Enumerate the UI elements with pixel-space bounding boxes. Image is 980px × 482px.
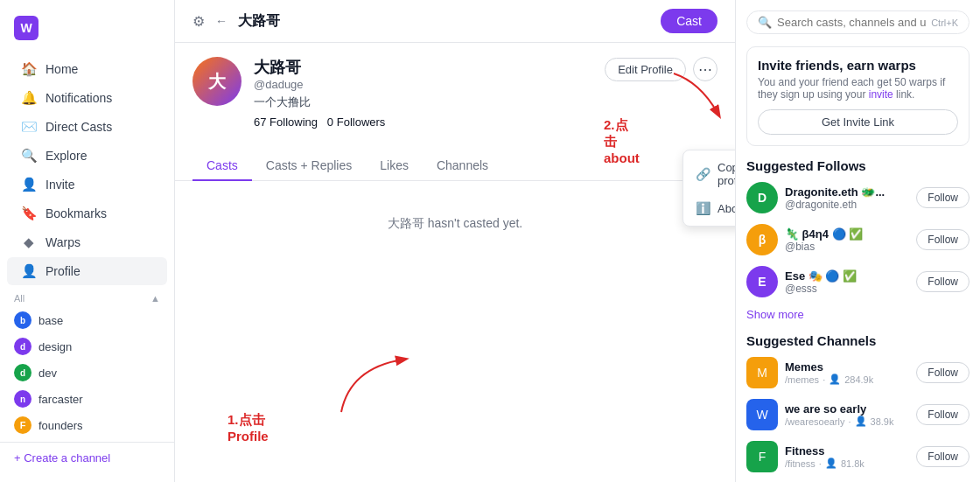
sidebar-item-profile[interactable]: 👤 Profile [7,257,167,285]
sidebar-item-notifications[interactable]: 🔔 Notifications [7,84,167,112]
search-bar[interactable]: 🔍 Ctrl+K [746,10,970,34]
wearesoearly-members-icon: 👤 [855,416,867,427]
search-input[interactable] [777,16,926,29]
follow-bias-button[interactable]: Follow [916,229,970,250]
memes-members: 284.9k [844,374,873,385]
profile-tabs: Casts Casts + Replies Likes Channels [175,151,735,181]
tab-likes[interactable]: Likes [366,151,423,181]
sidebar-label-explore: Explore [46,149,87,163]
sidebar-label-warps: Warps [46,235,80,249]
design-avatar: d [14,338,32,355]
sidebar-channel-dev[interactable]: d dev [0,360,174,386]
fitness-name: Fitness [785,444,909,458]
memes-handle: /memes [785,374,819,385]
profile-handle: @daduge [254,78,592,91]
main-content: ⚙ ← 大路哥 Cast 大 大路哥 @daduge 一个大撸比 67 Foll… [175,0,735,482]
wearesoearly-dot: · [848,416,850,427]
dropdown-copy-link[interactable]: 🔗 Copy link to profile [683,154,735,194]
channel-label-base: base [38,314,63,327]
tab-casts[interactable]: Casts [192,151,252,181]
cast-button[interactable]: Cast [661,9,718,33]
explore-icon: 🔍 [21,148,37,164]
sidebar-item-warps[interactable]: ◆ Warps [7,228,167,256]
follow-dragonite-button[interactable]: Follow [916,187,970,208]
wearesoearly-members: 38.9k [871,416,894,427]
wearesoearly-meta: /wearesoearly · 👤 38.9k [785,416,909,427]
sidebar-item-invite[interactable]: 👤 Invite [7,171,167,199]
farcaster-avatar: n [14,390,32,408]
sidebar-item-bookmarks[interactable]: 🔖 Bookmarks [7,199,167,227]
search-shortcut: Ctrl+K [931,17,958,28]
suggested-channels-title: Suggested Channels [746,333,970,348]
fitness-handle: /fitness [785,458,816,469]
memes-avatar: M [746,357,778,388]
profile-area: 大 大路哥 @daduge 一个大撸比 67 Following 0 Follo… [175,43,735,151]
founders-avatar: F [14,416,32,434]
sidebar-label-bookmarks: Bookmarks [46,206,107,220]
dropdown-menu: 🔗 Copy link to profile ℹ️ About [682,150,735,227]
suggested-follow-bias: β 🦎 β4η4 🔵 ✅ @bias Follow [746,224,970,255]
bell-icon: 🔔 [21,90,37,106]
suggested-channel-wearesoearly: W we are so early /wearesoearly · 👤 38.9… [746,399,970,430]
fitness-members: 81.8k [841,458,864,469]
suggested-channel-memes: M Memes /memes · 👤 284.9k Follow [746,357,970,388]
profile-container: 大 大路哥 @daduge 一个大撸比 67 Following 0 Follo… [175,43,735,482]
back-button[interactable]: ← [215,14,228,28]
create-channel-button[interactable]: + Create a channel [0,442,174,473]
memes-name: Memes [785,360,909,374]
invite-link[interactable]: invite [869,88,893,101]
invite-desc: You and your friend each get 50 warps if… [758,76,958,101]
profile-bio: 一个大撸比 [254,94,592,110]
fitness-info: Fitness /fitness · 👤 81.8k [785,444,909,469]
sidebar-item-explore[interactable]: 🔍 Explore [7,142,167,170]
channel-label-dev: dev [38,367,57,380]
channel-label-founders: founders [38,419,83,432]
show-more-follows[interactable]: Show more [746,308,970,321]
sidebar-channel-design[interactable]: d design [0,333,174,360]
sidebar-channel-founders[interactable]: F founders [0,412,174,438]
dropdown-copy-link-label: Copy link to profile [718,161,735,187]
sidebar-label-profile: Profile [46,264,80,278]
following-count: 67 [254,115,266,129]
sidebar-channel-farcaster[interactable]: n farcaster [0,386,174,412]
about-arrow-svg [665,65,735,126]
tab-casts-replies[interactable]: Casts + Replies [252,151,366,181]
channels-section-label: All [14,293,24,304]
esss-handle: @esss [785,283,909,295]
fitness-dot: · [819,458,822,469]
esss-avatar: E [746,266,778,297]
memes-dot: · [822,374,825,385]
bias-handle: @bias [785,241,909,253]
follow-esss-button[interactable]: Follow [916,271,970,292]
sidebar-channel-base[interactable]: b base [0,307,174,333]
invite-title: Invite friends, earn warps [758,58,958,73]
profile-empty-state: 大路哥 hasn't casted yet. [175,181,735,267]
sidebar-item-home[interactable]: 🏠 Home [7,55,167,83]
bookmark-icon: 🔖 [21,206,37,221]
dragonite-handle: @dragonite.eth [785,199,909,211]
follow-memes-button[interactable]: Follow [916,362,970,383]
tab-channels[interactable]: Channels [423,151,502,181]
esss-info: Ese 🎭 🔵 ✅ @esss [785,269,909,295]
profile-info: 大路哥 @daduge 一个大撸比 67 Following 0 Followe… [254,57,592,129]
profile-icon: 👤 [21,263,37,279]
wearesoearly-handle: /wearesoearly [785,416,844,427]
sidebar-label-notifications: Notifications [46,91,112,105]
dropdown-about[interactable]: ℹ️ About [683,194,735,222]
channels-collapse-icon[interactable]: ▲ [150,293,160,304]
follow-wearesoearly-button[interactable]: Follow [916,404,970,425]
bias-name: 🦎 β4η4 🔵 ✅ [785,227,909,241]
search-icon: 🔍 [758,16,772,29]
bias-avatar: β [746,224,778,255]
sidebar-item-direct-casts[interactable]: ✉️ Direct Casts [7,113,167,141]
invite-icon: 👤 [21,177,37,192]
get-invite-link-button[interactable]: Get Invite Link [758,109,958,135]
annotation-about-label: 2.点击about [604,117,640,165]
follow-fitness-button[interactable]: Follow [916,446,970,467]
wearesoearly-avatar: W [746,399,778,430]
sidebar-label-direct-casts: Direct Casts [46,120,112,134]
dropdown-about-label: About [718,202,735,215]
dragonite-info: Dragonite.eth 🐲... @dragonite.eth [785,185,909,211]
gear-icon[interactable]: ⚙ [192,13,205,30]
sidebar-label-invite: Invite [46,178,74,192]
